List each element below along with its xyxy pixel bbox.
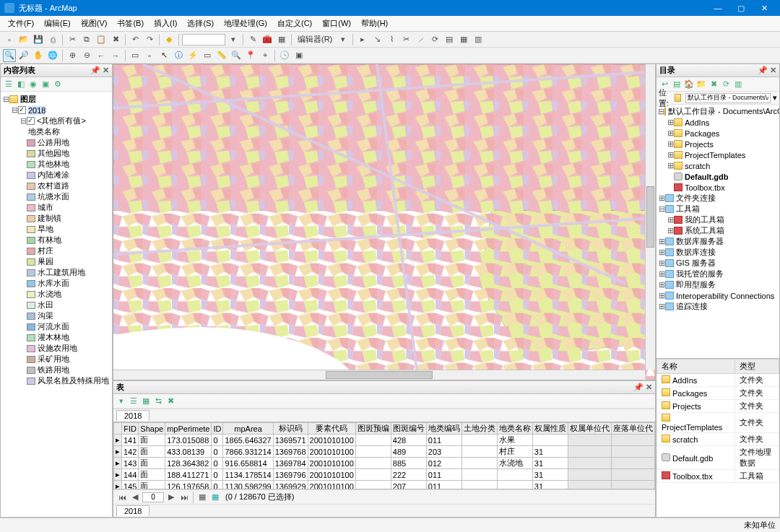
list-by-source-icon[interactable]: ◧ [15,79,27,90]
tree-row[interactable]: ⊞GIS 服务器 [658,258,778,269]
cat-disconnect-icon[interactable]: ✖ [708,79,719,90]
column-header[interactable]: 地类编码 [426,423,462,435]
table-cell[interactable]: 面 [139,469,165,481]
table-tab[interactable]: 2018 [116,410,150,421]
table-cell[interactable]: 2001010100 [308,481,355,490]
tree-row[interactable]: 水浇地 [2,289,110,300]
reshape-icon[interactable]: ⌇ [385,33,398,46]
new-icon[interactable]: ▫ [3,33,16,46]
column-header[interactable]: 图斑预编 [355,423,391,435]
tree-row[interactable]: ⊟<其他所有值> [2,115,110,126]
tree-row[interactable]: Toolbox.tbx [658,182,778,193]
column-header[interactable]: ID [212,423,223,435]
select-elements-icon[interactable]: ↖ [157,49,170,62]
find-route-icon[interactable]: 📍 [244,49,257,62]
redo-icon[interactable]: ↷ [143,33,156,46]
tree-row[interactable]: ⊞数据库连接 [658,247,778,258]
table-cell[interactable]: ▸ [114,458,122,469]
full-extent-icon[interactable]: 🌐 [46,49,59,62]
tree-row[interactable]: 沟渠 [2,310,110,321]
table-cell[interactable]: 1134.178514 [223,469,273,481]
select-features-icon[interactable]: ▭ [129,49,142,62]
table-cell[interactable] [568,446,611,458]
tree-row[interactable]: 城市 [2,202,110,213]
fixed-zoom-in-icon[interactable]: ⊕ [66,49,79,62]
column-header[interactable]: 权属单位代 [568,423,611,435]
tree-row[interactable]: ⊞系统工具箱 [658,225,778,236]
table-cell[interactable]: 916.658814 [223,458,273,469]
table-cell[interactable]: 村庄 [497,446,532,458]
clear-sel-icon[interactable]: ✖ [165,396,176,407]
table-cell[interactable]: 145 [122,481,139,490]
table-cell[interactable]: 1369929 [273,481,308,490]
cat-tree-icon[interactable]: ▤ [671,79,682,90]
tree-row[interactable]: 其他林地 [2,159,110,170]
tree-row[interactable]: 内陆滩涂 [2,170,110,180]
table-cell[interactable]: 0 [212,469,223,481]
table-cell[interactable]: 1369796 [273,469,308,481]
tree-row[interactable]: 风景名胜及特殊用地 [2,375,110,386]
html-popup-icon[interactable]: ▭ [201,49,214,62]
tree-row[interactable]: ⊞ProjectTemplates [658,149,778,160]
table-cell[interactable]: 0 [212,481,223,490]
identify-icon[interactable]: ⓘ [172,49,185,62]
list-item[interactable]: Projects文件夹 [657,400,779,413]
table-cell[interactable]: 2001010100 [308,458,355,469]
tree-row[interactable]: 水田 [2,300,110,310]
tree-row[interactable]: 公路用地 [2,137,110,148]
table-cell[interactable]: 144 [122,469,139,481]
python-window-icon[interactable]: ▦ [275,33,288,46]
table-cell[interactable]: 2001010100 [308,435,355,446]
table-cell[interactable]: 0 [212,435,223,446]
list-item[interactable]: scratch文件夹 [657,433,779,446]
table-cell[interactable]: 142 [122,446,139,458]
table-cell[interactable]: 012 [426,458,462,469]
clear-selection-icon[interactable]: ▫ [143,49,156,62]
table-cell[interactable]: 面 [139,435,165,446]
tree-row[interactable]: ⊞数据库服务器 [658,236,778,247]
table-cell[interactable] [462,435,497,446]
tree-row[interactable]: ⊞Projects [658,139,778,149]
zoom-out-icon[interactable]: 🔎 [17,49,30,62]
column-header[interactable]: 土地分类 [462,423,497,435]
list-item[interactable]: Toolbox.tbx工具箱 [657,470,779,483]
time-slider-icon[interactable]: 🕓 [278,49,291,62]
column-header[interactable]: 权属性质 [532,423,568,435]
column-header[interactable]: 地类名称 [497,423,532,435]
column-header[interactable]: mpPerimete [165,423,212,435]
tree-row[interactable]: 设施农用地 [2,343,110,354]
hyperlink-icon[interactable]: ⚡ [186,49,199,62]
tree-row[interactable]: ⊟默认工作目录 - Documents\ArcGIS [658,106,778,117]
attributes-icon[interactable]: ▤ [443,33,456,46]
tree-row[interactable]: 其他园地 [2,148,110,159]
map-canvas[interactable] [113,64,655,380]
tree-row[interactable]: ⊞我托管的服务 [658,269,778,279]
maximize-button[interactable]: ▢ [729,1,753,15]
table-cell[interactable]: 面 [139,481,165,490]
toolbox-window-icon[interactable]: 🧰 [261,33,274,46]
menu-item[interactable]: 文件(F) [3,17,39,30]
table-cell[interactable]: 433.08139 [165,446,212,458]
table-cell[interactable] [568,469,611,481]
nav-next-icon[interactable]: ▶ [165,492,177,503]
table-options-icon[interactable]: ▾ [116,396,127,407]
location-input[interactable] [685,93,771,103]
table-cell[interactable] [611,481,654,490]
table-cell[interactable]: 1369768 [273,446,308,458]
tree-row[interactable]: 水库水面 [2,278,110,289]
go-to-xy-icon[interactable]: ⌖ [259,49,272,62]
close-button[interactable]: ✕ [753,1,776,15]
table-cell[interactable]: 31 [532,458,568,469]
table-cell[interactable]: 489 [391,446,426,458]
table-cell[interactable]: 143 [122,458,139,469]
table-grid[interactable]: FIDShapempPerimeteIDmpArea标识码要素代码图斑预编图斑编… [113,422,655,489]
table-cell[interactable] [462,481,497,490]
cut-icon[interactable]: ✂ [66,33,79,46]
table-cell[interactable] [355,458,391,469]
nav-first-icon[interactable]: ⏮ [116,492,128,503]
menu-item[interactable]: 自定义(C) [272,17,317,30]
props-header[interactable]: 类型 [734,359,779,374]
list-item[interactable]: Default.gdb文件地理数据 [657,446,779,470]
cat-toggle-icon[interactable]: ▥ [732,79,744,90]
save-icon[interactable]: 💾 [32,33,45,46]
